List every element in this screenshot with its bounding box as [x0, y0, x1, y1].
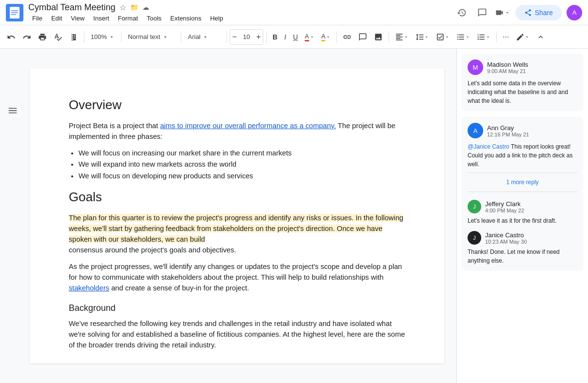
menu-insert[interactable]: Insert [89, 14, 113, 23]
paint-format-button[interactable] [66, 29, 81, 45]
history-button[interactable] [454, 5, 470, 20]
reply-1-header: J Jeffery Clark 4:00 PM May 22 [468, 200, 577, 213]
comment-1-avatar: M [468, 59, 483, 75]
svg-rect-3 [11, 12, 18, 13]
comment-1-author: Madison Wells [487, 61, 528, 68]
para-goals-2: As the project progresses, we'll identif… [69, 261, 405, 293]
more-options-button[interactable]: ⋯ [500, 29, 512, 45]
move-icon[interactable]: 📁 [130, 3, 138, 11]
svg-rect-2 [11, 10, 18, 11]
divider-6 [336, 31, 337, 43]
reply-2-meta: Janice Castro 10:23 AM May 30 [485, 231, 527, 245]
add-comment-button[interactable] [355, 29, 370, 45]
style-value: Normal text [128, 33, 160, 40]
menu-tools[interactable]: Tools [143, 14, 165, 23]
goals-highlight: The plan for this quarter is to review t… [69, 214, 403, 243]
divider-5 [266, 31, 267, 43]
font-select[interactable]: Arial [184, 29, 223, 45]
italic-button[interactable]: I [281, 29, 289, 45]
doc-title[interactable]: Cymbal Team Meeting [28, 2, 116, 13]
user-avatar[interactable]: A [567, 5, 582, 20]
comment-2-header: A Ann Gray 12:16 PM May 21 [468, 123, 577, 138]
menu-help[interactable]: Help [206, 14, 227, 23]
heading-background: Background [69, 303, 405, 313]
menu-format[interactable]: Format [114, 14, 142, 23]
comment-2-text: @Janice Castro This report looks great! … [468, 142, 577, 169]
spellcheck-button[interactable] [51, 29, 65, 45]
font-size-wrapper: − 10 + [230, 29, 263, 45]
font-value: Arial [188, 33, 200, 40]
divider-7 [389, 31, 389, 43]
comment-card-2: A Ann Gray 12:16 PM May 21 @Janice Castr… [462, 117, 583, 271]
menu-view[interactable]: View [67, 14, 88, 23]
heading-overview: Overview [69, 97, 405, 113]
menu-edit[interactable]: Edit [47, 14, 66, 23]
underline-button[interactable]: U [290, 29, 301, 45]
collapse-toolbar-button[interactable] [533, 29, 548, 45]
font-size-increase[interactable]: + [255, 29, 262, 45]
menu-file[interactable]: File [28, 14, 46, 23]
reply-1: J Jeffery Clark 4:00 PM May 22 Let's lea… [468, 196, 577, 225]
stakeholders-link[interactable]: stakeholders [69, 284, 109, 292]
bullets-button[interactable] [453, 29, 473, 45]
undo-button[interactable] [4, 29, 19, 45]
image-button[interactable] [371, 29, 386, 45]
font-size-input[interactable]: 10 [238, 33, 255, 40]
editing-mode-button[interactable] [513, 29, 532, 45]
reply-2-avatar: J [468, 231, 481, 245]
link-button[interactable] [340, 29, 354, 45]
divider-2 [121, 31, 121, 43]
share-button[interactable]: Share [515, 5, 562, 20]
comment-divider [468, 172, 577, 173]
checklist-button[interactable] [433, 29, 452, 45]
comment-2-author: Ann Gray [487, 124, 529, 132]
more-replies-button[interactable]: 1 more reply [468, 177, 577, 188]
reply-1-avatar: J [468, 200, 481, 213]
star-icon[interactable]: ☆ [119, 3, 126, 12]
reply-2-author: Janice Castro [485, 231, 527, 239]
reply-2-header: J Janice Castro 10:23 AM May 30 [468, 231, 577, 245]
title-bar: Cymbal Team Meeting ☆ 📁 ☁ File Edit View… [0, 0, 588, 25]
comment-2-mention: @Janice Castro [468, 143, 510, 150]
highlight-button[interactable]: A [318, 29, 334, 45]
reply-1-text: Let's leave it as it for the first draft… [468, 216, 577, 225]
comment-1-header: M Madison Wells 9:00 AM May 21 [468, 59, 577, 75]
bold-button[interactable]: B [270, 29, 280, 45]
font-size-decrease[interactable]: − [231, 29, 237, 45]
reply-1-meta: Jeffery Clark 4:00 PM May 22 [485, 200, 524, 213]
sidebar-toggle[interactable] [4, 100, 21, 383]
para-goals: The plan for this quarter is to review t… [69, 212, 405, 255]
overview-highlight: aims to improve our overall performance … [160, 122, 336, 130]
menu-extensions[interactable]: Extensions [166, 14, 205, 23]
comment-1-time: 9:00 AM May 21 [487, 68, 528, 74]
reply-1-author: Jeffery Clark [485, 200, 524, 208]
divider-3 [181, 31, 181, 43]
divider-4 [226, 31, 227, 43]
reply-2-text: Thanks! Done. Let me know if need anythi… [468, 248, 577, 265]
video-button[interactable] [495, 5, 510, 20]
redo-button[interactable] [20, 29, 34, 45]
bullets-list: We will focus on increasing our market s… [78, 148, 405, 182]
text-color-button[interactable]: A [302, 29, 317, 45]
reply-2: J Janice Castro 10:23 AM May 30 Thanks! … [468, 225, 577, 265]
cloud-icon[interactable]: ☁ [142, 3, 149, 11]
numbered-list-button[interactable] [474, 29, 493, 45]
bullet-2: We will expand into new markets across t… [78, 159, 405, 170]
bullet-3: We will focus on developing new products… [78, 171, 405, 182]
line-spacing-button[interactable] [412, 29, 432, 45]
divider-1 [84, 31, 84, 43]
comment-2-meta: Ann Gray 12:16 PM May 21 [487, 124, 529, 137]
zoom-value: 100% [91, 33, 107, 40]
comment-divider-2 [468, 192, 577, 192]
bullet-1: We will focus on increasing our market s… [78, 148, 405, 159]
reply-2-time: 10:23 AM May 30 [485, 239, 527, 245]
print-button[interactable] [35, 29, 50, 45]
zoom-select[interactable]: 100% [87, 29, 118, 45]
style-select[interactable]: Normal text [124, 29, 178, 45]
comment-button[interactable] [474, 5, 490, 20]
align-button[interactable] [392, 29, 412, 45]
svg-rect-4 [11, 14, 16, 15]
doc-area: Overview Project Beta is a project that … [18, 49, 456, 383]
menu-bar: File Edit View Insert Format Tools Exten… [28, 14, 454, 23]
comment-1-text: Let's add some data in the overview indi… [468, 79, 577, 105]
